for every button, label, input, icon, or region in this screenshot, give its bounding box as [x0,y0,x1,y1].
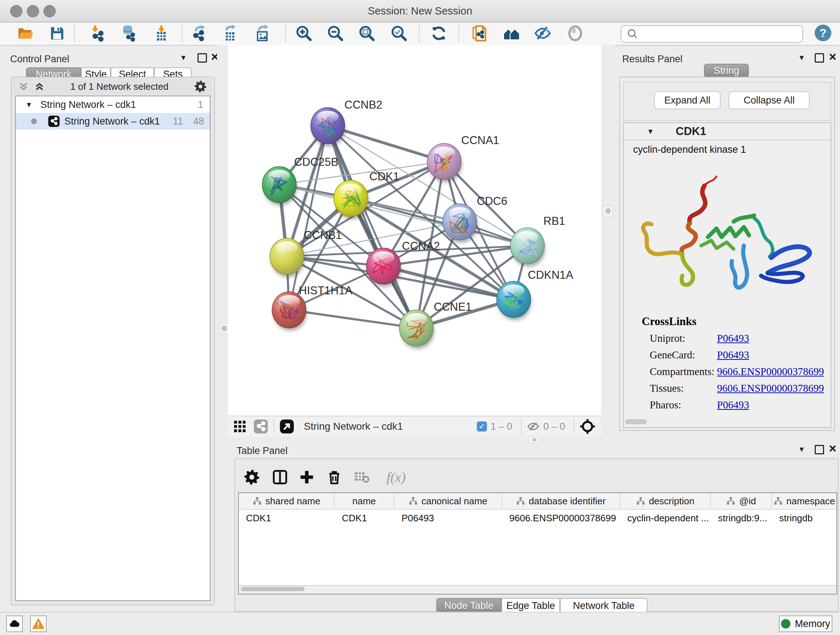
column-header[interactable]: shared name [239,493,335,509]
table-settings-gear-icon[interactable] [242,467,262,487]
cell-database-identifier[interactable]: 9606.ENSP00000378699 [502,510,620,526]
network-node[interactable] [334,180,369,219]
export-network-icon[interactable] [191,24,210,43]
vertical-splitter[interactable] [601,45,615,432]
cloud-icon [8,618,21,630]
disclosure-triangle-icon[interactable]: ▼ [647,127,654,136]
gear-icon[interactable] [194,80,207,93]
birdseye-grid-icon[interactable] [233,420,247,433]
panel-menu-icon[interactable]: ▼ [798,445,805,454]
column-header[interactable]: description [620,493,711,509]
network-tree-child-row[interactable]: String Network – cdk1 11 48 [16,113,210,130]
gene-header-row[interactable]: ▼ CDK1 [624,123,831,141]
cloud-button[interactable] [6,616,23,632]
tab-string[interactable]: String [704,64,749,78]
network-edge[interactable] [289,310,416,328]
import-network-from-database-icon[interactable] [119,24,138,43]
zoom-selected-icon[interactable] [390,24,409,43]
table-row[interactable]: CDK1 CDK1 P06493 9606.ENSP00000378699 cy… [239,510,836,526]
node-table: shared name name canonical name database… [238,492,837,586]
crosslink-value[interactable]: 9606.ENSP00000378699 [717,382,824,394]
help-icon[interactable]: ? [815,25,831,41]
scrollbar-thumb[interactable] [625,419,647,424]
network-node[interactable] [270,238,305,277]
show-columns-icon[interactable] [270,467,290,487]
import-table-from-file-icon[interactable] [152,24,171,43]
zoom-in-icon[interactable] [294,24,313,43]
tab-node-table[interactable]: Node Table [436,598,501,613]
zoom-fit-icon[interactable] [357,24,376,43]
toolbar-separator [285,25,286,42]
houses-icon[interactable] [502,24,521,43]
panel-close-icon[interactable]: ✕ [829,445,837,453]
crosslink-label: GeneCard: [650,349,695,361]
cell-shared-name[interactable]: CDK1 [239,510,335,526]
network-node[interactable] [427,143,462,182]
panel-float-icon[interactable] [815,53,824,63]
crosslink-value[interactable]: P06493 [717,399,749,411]
node-label: HIST1H1A [299,284,352,297]
cell-description[interactable]: cyclin-dependent ... [620,510,711,526]
toolbar-separator [419,25,420,42]
network-node[interactable] [272,292,307,331]
import-network-from-file-icon[interactable] [88,24,107,43]
column-header[interactable]: name [335,493,394,509]
add-column-plus-icon[interactable] [297,467,317,487]
export-table-icon[interactable] [221,24,240,43]
splitter-handle[interactable] [603,206,613,216]
cell-canonical-name[interactable]: P06493 [394,510,502,526]
share-network-icon[interactable] [253,419,268,434]
crosslink-value[interactable]: P06493 [717,333,749,344]
crosslink-value[interactable]: 9606.ENSP00000378699 [717,366,824,378]
panel-menu-icon[interactable]: ▼ [798,54,805,62]
network-canvas[interactable]: CCNB2CCNA1CDC25BCDK1CDC6RB1CCNB1CCNA2CDK… [228,45,601,416]
open-session-icon[interactable] [16,24,35,43]
network-graph[interactable]: CCNB2CCNA1CDC25BCDK1CDC6RB1CCNB1CCNA2CDK… [228,45,601,416]
panel-menu-icon[interactable]: ▼ [180,54,187,62]
network-node[interactable] [399,310,434,349]
expand-all-chevron-icon[interactable] [34,81,45,92]
column-header[interactable]: @id [711,493,772,509]
collapse-all-button[interactable]: Collapse All [729,91,810,109]
tab-edge-table[interactable]: Edge Table [501,598,560,613]
column-header[interactable]: canonical name [394,493,502,509]
network-node[interactable] [262,166,297,206]
export-image-icon[interactable] [253,24,272,43]
network-edge[interactable] [328,126,416,328]
column-header[interactable]: namespace [772,493,836,509]
search-input[interactable] [642,27,802,41]
panel-float-icon[interactable] [197,53,207,63]
collapse-all-chevron-icon[interactable] [18,81,29,92]
hidden-eye-slash-icon[interactable] [527,420,540,433]
network-tree-root-row[interactable]: ▼ String Network – cdk1 1 [16,96,210,113]
selected-checkbox-icon[interactable]: ✓ [477,421,487,432]
zoom-out-icon[interactable] [326,24,345,43]
cell-name[interactable]: CDK1 [335,510,394,526]
tab-network-table[interactable]: Network Table [560,598,647,613]
open-view-icon[interactable] [279,419,294,434]
table-panel-title: Table Panel [237,445,287,456]
vertical-splitter[interactable] [217,45,228,605]
panel-float-icon[interactable] [815,445,824,454]
warning-button[interactable] [30,616,47,632]
splitter-handle[interactable] [220,324,229,333]
expand-all-button[interactable]: Expand All [654,91,721,109]
crosslink-value[interactable]: P06493 [717,349,749,361]
eye-slash-icon[interactable] [533,24,552,43]
apply-layout-refresh-icon[interactable] [429,24,448,43]
share-document-icon[interactable] [470,24,489,43]
network-node[interactable] [510,228,545,267]
disclosure-triangle-icon[interactable]: ▼ [25,101,33,109]
panel-close-icon[interactable]: ✕ [829,54,837,61]
column-header[interactable]: database identifier [502,493,620,509]
cell-namespace[interactable]: stringdb [772,510,836,526]
cell-id[interactable]: stringdb:9... [711,510,772,526]
fit-crosshair-icon[interactable] [579,418,595,434]
delete-table-icon [352,467,372,487]
scrollbar-thumb[interactable] [241,587,305,591]
network-node[interactable] [497,281,531,320]
delete-column-trash-icon[interactable] [324,467,344,487]
memory-button[interactable]: Memory [779,616,832,632]
horizontal-scrollbar[interactable] [238,585,837,594]
save-session-icon[interactable] [48,24,66,43]
